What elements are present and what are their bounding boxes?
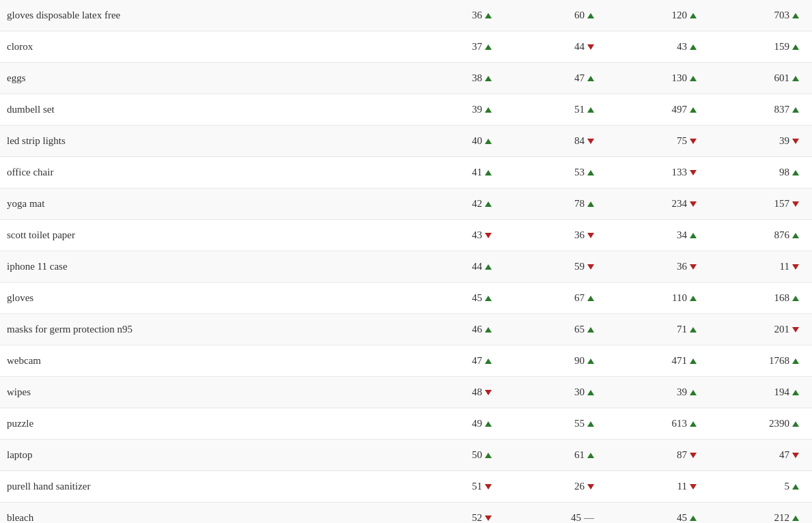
value-number: 497 — [672, 104, 688, 115]
row-value: 44 — [403, 261, 505, 272]
row-value: 45 — [403, 292, 505, 304]
down-arrow-icon — [690, 484, 697, 490]
down-arrow-icon — [485, 233, 492, 238]
row-value: 41 — [403, 167, 505, 178]
value-number: 47 — [779, 449, 789, 461]
up-arrow-icon — [690, 358, 697, 364]
table-row: masks for germ protection n95466571201 — [0, 314, 812, 345]
row-name: laptop — [7, 449, 403, 461]
value-number: 47 — [574, 72, 585, 84]
value-number: 39 — [779, 135, 789, 147]
row-value: 601 — [710, 72, 812, 84]
up-arrow-icon — [792, 76, 799, 81]
up-arrow-icon — [485, 139, 492, 144]
value-number: 837 — [774, 104, 790, 115]
value-number: 157 — [774, 198, 790, 210]
value-number: 55 — [574, 418, 585, 429]
value-number: 45 — [472, 292, 482, 304]
row-name: office chair — [7, 167, 403, 178]
table-row: puzzle49556132390 — [0, 408, 812, 440]
row-value: 37 — [403, 41, 505, 53]
dash-icon: — — [584, 512, 594, 523]
row-value: 50 — [403, 449, 505, 461]
up-arrow-icon — [587, 13, 594, 18]
up-arrow-icon — [587, 170, 594, 175]
value-number: 67 — [574, 292, 585, 304]
row-value: 234 — [608, 198, 710, 210]
row-value: 40 — [403, 135, 505, 147]
row-name: bleach — [7, 512, 403, 523]
value-number: 45 — [677, 512, 687, 523]
row-value: 130 — [608, 72, 710, 84]
value-number: 471 — [672, 355, 688, 367]
row-value: 201 — [710, 324, 812, 335]
value-number: 37 — [472, 41, 482, 53]
up-arrow-icon — [690, 107, 697, 113]
up-arrow-icon — [587, 421, 594, 427]
table-row: laptop50618747 — [0, 440, 812, 471]
value-number: 78 — [574, 198, 585, 210]
table-row: yoga mat4278234157 — [0, 188, 812, 220]
up-arrow-icon — [485, 44, 492, 50]
row-value: 837 — [710, 104, 812, 115]
row-value: 98 — [710, 167, 812, 178]
value-number: 60 — [574, 10, 585, 21]
up-arrow-icon — [485, 76, 492, 81]
value-number: 53 — [574, 167, 585, 178]
value-number: 159 — [774, 41, 790, 53]
row-name: scott toilet paper — [7, 229, 403, 241]
value-number: 75 — [677, 135, 687, 147]
value-number: 46 — [472, 324, 482, 335]
value-number: 1768 — [769, 355, 789, 367]
up-arrow-icon — [792, 421, 799, 427]
down-arrow-icon — [587, 139, 594, 144]
row-value: 49 — [403, 418, 505, 429]
value-number: 34 — [677, 229, 687, 241]
value-number: 2390 — [769, 418, 789, 429]
row-value: 43 — [403, 229, 505, 241]
row-value: 38 — [403, 72, 505, 84]
down-arrow-icon — [587, 484, 594, 490]
down-arrow-icon — [792, 201, 799, 207]
row-value: 47 — [403, 355, 505, 367]
up-arrow-icon — [485, 107, 492, 113]
down-arrow-icon — [485, 484, 492, 490]
value-number: 61 — [574, 449, 585, 461]
up-arrow-icon — [587, 76, 594, 81]
table-row: purell hand sanitizer5126115 — [0, 471, 812, 503]
table-row: bleach5245—45212 — [0, 503, 812, 523]
up-arrow-icon — [690, 233, 697, 238]
row-value: 159 — [710, 41, 812, 53]
value-number: 168 — [774, 292, 790, 304]
up-arrow-icon — [587, 358, 594, 364]
row-value: 45— — [505, 512, 608, 523]
row-value: 47 — [710, 449, 812, 461]
value-number: 51 — [574, 104, 585, 115]
up-arrow-icon — [690, 327, 697, 333]
value-number: 40 — [472, 135, 482, 147]
down-arrow-icon — [792, 264, 799, 270]
value-number: 43 — [472, 229, 482, 241]
up-arrow-icon — [792, 44, 799, 50]
value-number: 44 — [574, 41, 585, 53]
row-value: 84 — [505, 135, 608, 147]
up-arrow-icon — [792, 107, 799, 113]
value-number: 49 — [472, 418, 482, 429]
table-row: led strip lights40847539 — [0, 126, 812, 157]
row-value: 497 — [608, 104, 710, 115]
table-row: eggs3847130601 — [0, 63, 812, 94]
down-arrow-icon — [587, 264, 594, 270]
value-number: 42 — [472, 198, 482, 210]
value-number: 43 — [677, 41, 687, 53]
table-row: gloves disposable latex free3660120703 — [0, 0, 812, 31]
table-row: webcam47904711768 — [0, 345, 812, 377]
row-value: 1768 — [710, 355, 812, 367]
row-value: 44 — [505, 41, 608, 53]
row-value: 90 — [505, 355, 608, 367]
row-value: 59 — [505, 261, 608, 272]
value-number: 44 — [472, 261, 482, 272]
up-arrow-icon — [690, 421, 697, 427]
up-arrow-icon — [690, 44, 697, 50]
row-value: 51 — [403, 481, 505, 492]
row-value: 36 — [608, 261, 710, 272]
